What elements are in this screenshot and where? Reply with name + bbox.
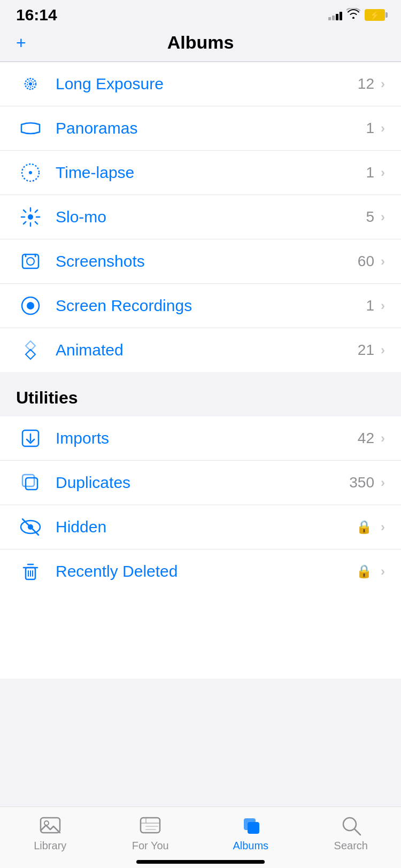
chevron-icon: › [381,431,385,446]
media-type-list: Long Exposure 12 › Panoramas 1 › Ti [0,62,401,372]
tab-search[interactable]: Search [301,813,402,852]
status-bar: 16:14 ⚡ [0,0,401,27]
album-item-imports[interactable]: Imports 42 › [0,416,401,461]
chevron-icon: › [381,254,385,269]
album-item-duplicates[interactable]: Duplicates 350 › [0,461,401,505]
album-count-screen-recordings: 1 [366,297,374,314]
recently-deleted-icon [16,557,45,586]
svg-point-15 [27,258,34,265]
nav-header: + Albums [0,27,401,62]
slomo-icon [16,203,45,231]
wifi-icon [346,8,360,22]
tab-albums[interactable]: Albums [200,813,301,852]
tab-label-for-you: For You [132,840,169,852]
for-you-tab-icon [136,813,165,837]
battery-icon: ⚡ [365,9,385,21]
svg-point-2 [29,82,32,86]
chevron-icon: › [381,520,385,534]
tab-bar: Library For You Albums [0,807,401,868]
album-label-slo-mo: Slo-mo [56,208,366,226]
tab-label-library: Library [34,840,66,852]
main-content: Long Exposure 12 › Panoramas 1 › Ti [0,62,401,679]
svg-line-12 [24,222,26,224]
album-count-panoramas: 1 [366,120,374,137]
chevron-icon: › [381,564,385,579]
album-count-slo-mo: 5 [366,208,374,226]
album-item-animated[interactable]: Animated 21 › [0,328,401,372]
svg-rect-36 [244,818,256,830]
album-label-screenshots: Screenshots [56,252,358,270]
album-label-animated: Animated [56,341,358,359]
status-icons: ⚡ [328,8,385,22]
album-count-time-lapse: 1 [366,164,374,181]
chevron-icon: › [381,121,385,136]
long-exposure-icon [16,69,45,98]
svg-rect-20 [22,475,34,486]
svg-rect-14 [22,254,38,268]
album-label-recently-deleted: Recently Deleted [56,562,356,580]
utilities-section-header: Utilities [0,372,401,416]
signal-bars-icon [328,10,342,20]
chevron-icon: › [381,298,385,313]
album-item-long-exposure[interactable]: Long Exposure 12 › [0,62,401,106]
albums-tab-icon [236,813,265,837]
timelapse-icon [16,158,45,187]
album-label-time-lapse: Time-lapse [56,164,366,182]
album-label-imports: Imports [56,429,358,447]
hidden-icon [16,513,45,541]
search-tab-icon [336,813,365,837]
svg-line-10 [35,222,37,224]
page-title: Albums [167,32,234,53]
album-label-panoramas: Panoramas [56,119,366,137]
svg-line-9 [24,210,26,212]
lock-icon: 🔒 [356,564,372,579]
album-item-panoramas[interactable]: Panoramas 1 › [0,106,401,151]
lock-icon: 🔒 [356,520,372,534]
svg-point-4 [29,171,32,174]
album-label-long-exposure: Long Exposure [56,75,358,93]
add-album-button[interactable]: + [16,34,26,51]
album-count-duplicates: 350 [349,474,374,491]
album-count-screenshots: 60 [358,253,374,270]
album-item-slo-mo[interactable]: Slo-mo 5 › [0,195,401,239]
utilities-section-title: Utilities [16,388,78,407]
screen-recording-icon [16,291,45,320]
svg-line-38 [354,829,360,835]
chevron-icon: › [381,165,385,180]
tab-for-you[interactable]: For You [101,813,201,852]
animated-icon [16,336,45,365]
chevron-icon: › [381,475,385,490]
svg-rect-19 [26,478,37,490]
album-item-screenshots[interactable]: Screenshots 60 › [0,239,401,284]
utilities-list: Imports 42 › Duplicates 350 › [0,416,401,593]
svg-point-13 [28,214,33,220]
status-time: 16:14 [16,6,57,24]
chevron-icon: › [381,343,385,358]
album-count-long-exposure: 12 [358,75,374,92]
screenshot-icon [16,247,45,276]
chevron-icon: › [381,76,385,91]
album-count-imports: 42 [358,430,374,447]
svg-point-29 [44,821,49,825]
tab-label-search: Search [334,840,368,852]
home-indicator [136,860,265,864]
album-label-screen-recordings: Screen Recordings [56,297,366,315]
svg-line-11 [35,210,37,212]
svg-rect-30 [141,818,160,833]
duplicate-icon [16,468,45,497]
album-count-animated: 21 [358,342,374,359]
album-item-hidden[interactable]: Hidden 🔒 › [0,505,401,549]
album-label-hidden: Hidden [56,518,356,536]
panorama-icon [16,114,45,143]
tab-label-albums: Albums [233,840,268,852]
chevron-icon: › [381,210,385,224]
album-item-screen-recordings[interactable]: Screen Recordings 1 › [0,284,401,328]
library-tab-icon [36,813,65,837]
tab-library[interactable]: Library [0,813,101,852]
album-label-duplicates: Duplicates [56,474,349,492]
album-item-recently-deleted[interactable]: Recently Deleted 🔒 › [0,549,401,593]
album-item-time-lapse[interactable]: Time-lapse 1 › [0,151,401,195]
svg-point-17 [27,302,34,309]
import-icon [16,424,45,453]
